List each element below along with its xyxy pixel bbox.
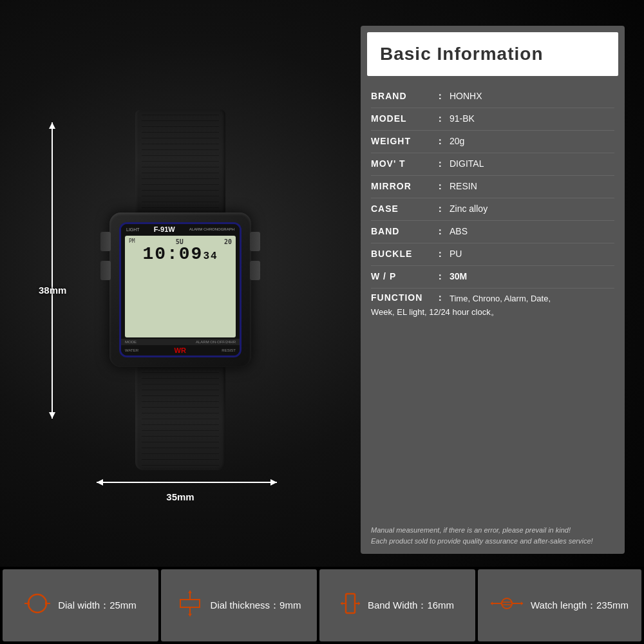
dim-line-height xyxy=(52,122,53,419)
stat-watch-length: Watch length：235mm xyxy=(478,569,641,641)
svg-marker-20 xyxy=(521,601,523,605)
mode-label: MODE xyxy=(125,340,137,344)
lcd-seconds: 34 xyxy=(203,251,218,261)
resist-label: RESIST xyxy=(222,348,236,352)
info-key-case: CASE xyxy=(371,204,435,214)
svg-marker-9 xyxy=(188,614,192,616)
info-row-function: FUNCTION ： Time, Chrono, Alarm, Date, We… xyxy=(371,289,614,323)
bottom-bar: Dial width：25mm Dial thickness：9mm xyxy=(0,567,644,644)
model-label: F-91W xyxy=(154,225,175,233)
lcd-date: 20 xyxy=(224,238,232,245)
strap-bottom xyxy=(135,367,225,470)
watch-length-label: Watch length：235mm xyxy=(531,600,629,612)
water-label: WATER xyxy=(125,348,138,352)
info-title: Basic Information xyxy=(380,44,543,64)
info-row-buckle: BUCKLE ： PU xyxy=(371,243,614,266)
svg-rect-5 xyxy=(180,600,200,607)
info-header: Basic Information xyxy=(367,32,618,76)
watch-case: LIGHT F-91W ALARM CHRONOGRAPH PM 5U 20 xyxy=(109,213,251,367)
dim-label-width: 35mm xyxy=(166,491,194,502)
info-key-brand: BRAND xyxy=(371,91,435,101)
stat-dial-thickness: Dial thickness：9mm xyxy=(161,569,317,641)
strap-top xyxy=(135,109,225,213)
watch-body: LIGHT F-91W ALARM CHRONOGRAPH PM 5U 20 xyxy=(84,109,277,470)
svg-rect-10 xyxy=(346,594,355,613)
wr-label: WR xyxy=(175,346,186,354)
svg-point-0 xyxy=(28,594,46,612)
svg-marker-8 xyxy=(188,591,192,593)
watch-length-icon xyxy=(491,591,523,621)
dial-thickness-label: Dial thickness：9mm xyxy=(211,600,301,612)
stat-band-width: Band Width：16mm xyxy=(319,569,475,641)
dim-label-height: 38mm xyxy=(39,285,66,296)
info-note: Manual measurement, if there is an error… xyxy=(361,518,625,554)
lcd-pm: PM xyxy=(129,238,135,245)
svg-marker-19 xyxy=(491,601,493,605)
watch-section: 38mm LIGHT F-91W xyxy=(13,19,348,560)
info-val-function: Time, Chrono, Alarm, Date, xyxy=(450,292,551,306)
info-val-band: ABS xyxy=(450,226,468,236)
info-key-band: BAND xyxy=(371,226,435,236)
face-bottom-strip: MODE ALARM ON·OFF/24HR xyxy=(121,339,240,345)
info-val-function-2: Week, EL light, 12/24 hour clock。 xyxy=(371,307,499,317)
alarm-chrono-label: ALARM CHRONOGRAPH xyxy=(189,227,234,231)
info-row-brand: BRAND ： HONHX xyxy=(371,86,614,108)
info-val-buckle: PU xyxy=(450,249,462,259)
watch-thickness-icon xyxy=(177,591,203,621)
svg-marker-13 xyxy=(341,601,343,605)
info-row-mirror: MIRROR ： RESIN xyxy=(371,176,614,198)
face-header: LIGHT F-91W ALARM CHRONOGRAPH xyxy=(121,224,240,234)
lcd-screen: PM 5U 20 10:09 34 xyxy=(125,236,236,337)
svg-marker-14 xyxy=(358,601,360,605)
info-key-mirror: MIRROR xyxy=(371,181,435,191)
info-row-wp: W / P ： 30M xyxy=(371,266,614,289)
info-key-model: MODEL xyxy=(371,113,435,124)
dim-arrow-bottom xyxy=(49,412,55,419)
info-row-band: BAND ： ABS xyxy=(371,221,614,243)
light-label: LIGHT xyxy=(126,227,140,232)
band-width-label: Band Width：16mm xyxy=(368,600,454,612)
info-val-brand: HONHX xyxy=(450,91,482,101)
main-container: 38mm LIGHT F-91W xyxy=(0,0,644,644)
info-row-weight: WEIGHT ： 20g xyxy=(371,131,614,153)
info-key-weight: WEIGHT xyxy=(371,136,435,146)
watch-wrapper: 38mm LIGHT F-91W xyxy=(45,71,316,509)
info-key-wp: W / P xyxy=(371,271,435,281)
dim-arrow-top xyxy=(49,122,55,129)
band-width-icon xyxy=(341,591,360,621)
info-note-text: Manual measurement, if there is an error… xyxy=(371,526,593,545)
info-val-movt: DIGITAL xyxy=(450,158,484,169)
info-row-model: MODEL ： 91-BK xyxy=(371,108,614,131)
face-wr-strip: WATER WR RESIST xyxy=(121,345,240,355)
watch-face: LIGHT F-91W ALARM CHRONOGRAPH PM 5U 20 xyxy=(119,222,242,357)
button-left-bottom[interactable] xyxy=(100,261,111,280)
info-rows: BRAND ： HONHX MODEL ： 91-BK WEIGHT ： 20g… xyxy=(361,82,625,518)
info-panel: Basic Information BRAND ： HONHX MODEL ： … xyxy=(361,26,625,554)
dial-width-label: Dial width：25mm xyxy=(58,600,137,612)
info-key-movt: MOV' T xyxy=(371,158,435,169)
info-val-case: Zinc alloy xyxy=(450,204,488,214)
lcd-time: 10:09 34 xyxy=(129,245,232,263)
lcd-time-value: 10:09 xyxy=(142,245,203,263)
info-val-mirror: RESIN xyxy=(450,181,477,191)
alarm-label: ALARM ON·OFF/24HR xyxy=(196,340,236,344)
top-section: 38mm LIGHT F-91W xyxy=(0,0,644,567)
watch-dial-icon xyxy=(24,591,50,621)
button-left-top[interactable] xyxy=(100,232,111,251)
info-key-function: FUNCTION xyxy=(371,292,435,306)
info-val-wp: 30M xyxy=(450,271,467,281)
dim-line-width xyxy=(97,482,277,483)
svg-rect-16 xyxy=(502,602,512,605)
info-row-case: CASE ： Zinc alloy xyxy=(371,198,614,221)
info-val-weight: 20g xyxy=(450,136,464,146)
info-val-model: 91-BK xyxy=(450,113,475,124)
svg-point-15 xyxy=(502,598,512,609)
info-key-buckle: BUCKLE xyxy=(371,249,435,259)
button-right-bottom[interactable] xyxy=(250,261,260,280)
stat-dial-width: Dial width：25mm xyxy=(3,569,158,641)
button-right-top[interactable] xyxy=(250,232,260,251)
info-row-movt: MOV' T ： DIGITAL xyxy=(371,153,614,176)
